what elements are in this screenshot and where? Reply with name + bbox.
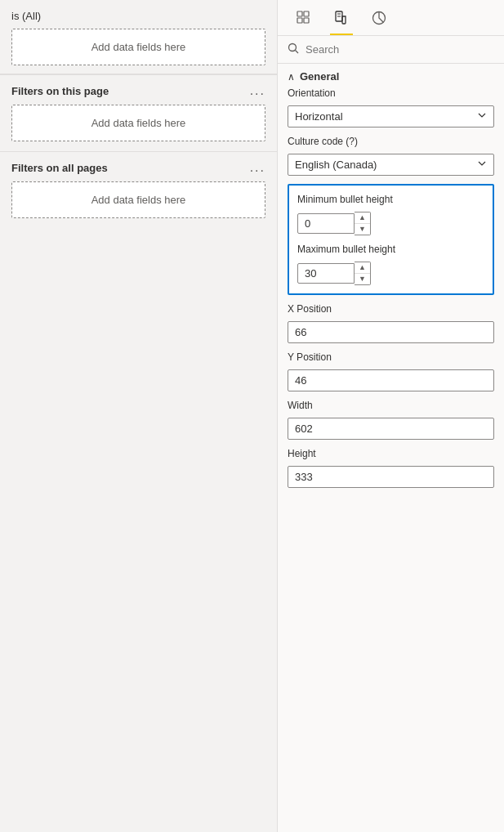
max-bullet-spinner-buttons: ▲ ▼ xyxy=(355,262,371,285)
filters-all-pages-header: Filters on all pages ... xyxy=(11,160,265,175)
filters-this-page-menu[interactable]: ... xyxy=(250,83,265,98)
max-bullet-height-property: Maximum bullet height ▲ ▼ xyxy=(297,244,484,285)
x-position-input[interactable] xyxy=(288,321,494,343)
culture-chevron-icon xyxy=(477,159,487,171)
culture-code-property: Culture code (?) English (Canada) xyxy=(288,136,494,176)
filters-this-page-title: Filters on this page xyxy=(11,85,109,97)
svg-rect-0 xyxy=(297,11,302,16)
culture-code-label: Culture code (?) xyxy=(288,136,494,147)
width-input[interactable] xyxy=(288,418,494,440)
filter-top-section: is (All) Add data fields here xyxy=(0,0,277,74)
y-position-input[interactable] xyxy=(288,369,494,391)
filters-this-page-header: Filters on this page ... xyxy=(11,83,265,98)
left-panel: is (All) Add data fields here Filters on… xyxy=(0,0,278,832)
general-section-header: ∧ General xyxy=(278,64,504,87)
bullet-height-group: Minimum bullet height ▲ ▼ Maximum bullet… xyxy=(288,184,494,295)
panel-tabs xyxy=(278,0,504,36)
x-position-label: X Position xyxy=(288,303,494,315)
svg-rect-2 xyxy=(297,18,302,23)
min-bullet-input[interactable] xyxy=(297,213,355,234)
search-input[interactable] xyxy=(306,43,494,56)
width-property: Width xyxy=(288,400,494,440)
y-position-property: Y Position xyxy=(288,351,494,391)
analytics-tab[interactable] xyxy=(361,5,397,35)
top-add-data-button[interactable]: Add data fields here xyxy=(11,29,265,65)
min-bullet-decrement-button[interactable]: ▼ xyxy=(355,223,370,235)
filters-all-pages-title: Filters on all pages xyxy=(11,162,108,174)
format-tab-icon xyxy=(333,10,350,30)
max-bullet-input[interactable] xyxy=(297,263,355,284)
height-label: Height xyxy=(288,448,494,459)
y-position-label: Y Position xyxy=(288,351,494,363)
svg-line-9 xyxy=(296,51,299,54)
min-bullet-spinner: ▲ ▼ xyxy=(297,212,484,235)
height-input[interactable] xyxy=(288,466,494,488)
min-bullet-height-property: Minimum bullet height ▲ ▼ xyxy=(297,194,484,235)
general-section-title: General xyxy=(300,70,339,83)
search-icon xyxy=(288,42,299,56)
orientation-value: Horizontal xyxy=(295,110,343,123)
x-position-property: X Position xyxy=(288,303,494,343)
format-tab[interactable] xyxy=(323,5,359,35)
filters-all-pages-section: Filters on all pages ... Add data fields… xyxy=(0,152,277,228)
culture-code-value: English (Canada) xyxy=(295,159,377,171)
analytics-tab-icon xyxy=(371,10,387,30)
max-bullet-spinner: ▲ ▼ xyxy=(297,262,484,285)
fields-tab-icon xyxy=(296,10,312,30)
fields-tab[interactable] xyxy=(286,5,322,35)
filters-this-page-section: Filters on this page ... Add data fields… xyxy=(0,75,277,151)
culture-code-select[interactable]: English (Canada) xyxy=(288,154,494,176)
width-label: Width xyxy=(288,400,494,411)
max-bullet-decrement-button[interactable]: ▼ xyxy=(355,273,370,284)
min-bullet-increment-button[interactable]: ▲ xyxy=(355,212,370,223)
section-chevron-icon[interactable]: ∧ xyxy=(288,71,295,83)
orientation-select[interactable]: Horizontal xyxy=(288,105,494,127)
search-bar xyxy=(278,36,504,64)
orientation-chevron-icon xyxy=(477,110,487,123)
orientation-property: Orientation Horizontal xyxy=(288,87,494,127)
max-bullet-increment-button[interactable]: ▲ xyxy=(355,262,370,273)
is-all-label: is (All) xyxy=(11,7,265,29)
right-panel: ∧ General Orientation Horizontal Culture… xyxy=(278,0,504,832)
properties-list: Orientation Horizontal Culture code (?) … xyxy=(278,87,504,488)
min-bullet-spinner-buttons: ▲ ▼ xyxy=(355,212,371,235)
orientation-label: Orientation xyxy=(288,87,494,99)
svg-point-8 xyxy=(289,44,297,51)
filters-all-pages-menu[interactable]: ... xyxy=(250,160,265,175)
svg-rect-3 xyxy=(304,18,309,23)
min-bullet-height-label: Minimum bullet height xyxy=(297,194,484,205)
max-bullet-height-label: Maximum bullet height xyxy=(297,244,484,255)
this-page-add-data-button[interactable]: Add data fields here xyxy=(11,105,265,141)
height-property: Height xyxy=(288,448,494,488)
all-pages-add-data-button[interactable]: Add data fields here xyxy=(11,181,265,218)
svg-rect-1 xyxy=(304,11,309,16)
